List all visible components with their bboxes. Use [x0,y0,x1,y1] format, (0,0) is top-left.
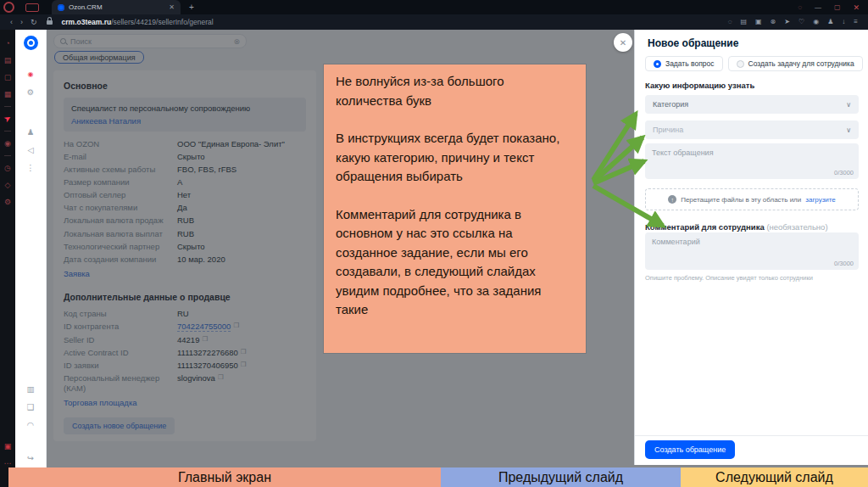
extension-icons: ◌▤▣⊗➤♡◉♟↓≡ [728,19,858,25]
slide-nav-bar: Главный экран Предыдущий слайд Следующий… [8,467,868,487]
window-restore-icon[interactable]: ▢ [834,3,841,11]
radio-ask-label: Задать вопрос [665,59,715,68]
chevron-down-icon: ∨ [846,126,851,134]
megaphone-icon[interactable]: ◁ [15,141,46,159]
radio-create-task[interactable]: Создать задачу для сотрудника [728,56,863,71]
recorder-logo-icon [3,2,14,13]
profile-icon[interactable]: ♟ [827,19,833,25]
radio-ask-question[interactable]: Задать вопрос [645,56,723,71]
comment-helper-text: Опишите проблему. Описание увидят только… [645,274,813,282]
annotation-paragraph: В инструкциях всегда будет показано, как… [336,129,574,187]
window-minimize-icon[interactable]: — [815,3,821,11]
annotation-paragraph: Комментарий для сотрудника в основном у … [336,205,574,320]
comment-optional-text: (необязательно) [766,222,827,232]
grid-icon[interactable]: ▦ [0,86,15,103]
window-close-icon[interactable]: ✕ [853,3,860,12]
divider[interactable] [4,131,11,132]
drawer-close-button[interactable]: ✕ [614,33,632,52]
more-icon[interactable]: ⋮ [15,159,46,176]
menu-icon[interactable]: ≡ [854,19,858,25]
logout-icon[interactable]: ↪ [15,449,46,467]
user-icon[interactable]: ♟ [15,123,46,141]
lock-icon [47,20,53,25]
image-icon[interactable]: ▥ [15,380,46,398]
drawer-footer: Создать обращение [635,435,868,465]
prev-slide-button[interactable]: Предыдущий слайд [441,467,681,487]
recorder-sidebar: ◔▤▢▦➤◉◷◇⚙ ▣⋯ [0,30,15,487]
share-icon[interactable]: ➤ [784,19,790,25]
drawer-title: Новое обращение [648,37,738,49]
record-icon[interactable]: ◉ [15,65,46,83]
annotation-paragraph: Не волнуйся из-за большого количества бу… [336,72,574,110]
chevron-down-icon: ∨ [846,101,851,109]
dropzone-text: Перетащите файлы в эту область или [681,196,801,204]
spacer[interactable] [15,101,46,123]
back-icon[interactable]: ‹ [10,18,13,26]
history-icon[interactable]: ◔ [0,35,15,52]
record-camera-icon[interactable]: ▣ [0,438,15,455]
new-tab-button[interactable]: + [189,3,194,12]
browser-url-bar: ‹ › ↻ crm.o3team.ru/sellers/44219/seller… [0,14,868,30]
ozon-logo[interactable] [24,36,38,50]
url-host: crm.o3team.ru [62,18,112,26]
forward-icon[interactable]: › [20,18,23,26]
crm-sidebar: ◉⚙♟◁⋮ ▥❑◠↪ [15,30,47,487]
play-icon[interactable]: ◉ [0,135,15,152]
tab-title: Ozon.CRM [69,3,164,11]
clock-icon[interactable]: ◷ [0,160,15,176]
radio-off-icon [737,60,744,68]
window-controls: ◌ — ▢ ✕ [798,3,860,12]
screen: Ozon.CRM ✕ + ◌ — ▢ ✕ ‹ › ↻ crm.o3team.ru… [0,0,868,487]
annotation-arrows [583,83,681,240]
tab-close-icon[interactable]: ✕ [169,3,175,11]
blocker-icon[interactable]: ⊗ [771,19,776,25]
bell-icon[interactable]: ◠ [15,416,46,434]
char-counter: 0/3000 [834,260,854,267]
cube-icon[interactable]: ◇ [0,176,15,193]
close-icon: ✕ [620,38,626,48]
browser-tab[interactable]: Ozon.CRM ✕ [52,0,181,14]
submit-request-button[interactable]: Создать обращение [645,440,735,459]
kanban-icon[interactable]: ▤ [740,19,747,25]
ozon-favicon [58,4,64,11]
favorites-icon[interactable]: ♡ [798,19,804,25]
cast-icon [25,3,39,12]
search-icon[interactable]: ◌ [728,19,732,25]
gear-icon[interactable]: ⚙ [0,193,15,210]
next-slide-button[interactable]: Следующий слайд [681,467,868,487]
url-text[interactable]: crm.o3team.ru/sellers/44219/sellerInfo/g… [62,18,214,26]
char-counter: 0/3000 [834,169,854,176]
extension-icon[interactable]: ◉ [813,19,819,25]
chat-icon[interactable]: ▢ [0,69,15,86]
browser-tab-bar: Ozon.CRM ✕ + ◌ — ▢ ✕ [0,0,868,14]
home-screen-button[interactable]: Главный экран [8,467,441,487]
camera-icon[interactable]: ▣ [755,19,762,25]
radio-task-label: Создать задачу для сотрудника [748,59,854,68]
window-search-icon[interactable]: ◌ [798,3,802,11]
radio-on-icon [654,60,661,68]
divider[interactable] [4,106,11,107]
app-area: ◔▤▢▦➤◉◷◇⚙ ▣⋯ ◉⚙♟◁⋮ ▥❑◠↪ Поиск ⊗ Общая ин… [0,30,868,487]
apps-icon[interactable]: ▤ [0,52,15,69]
tutorial-annotation: Не волнуйся из-за большого количества бу… [323,64,587,354]
chat-icon[interactable]: ❑ [15,398,46,416]
url-path: /sellers/44219/sellerInfo/general [111,18,214,26]
request-type-radios: Задать вопрос Создать задачу для сотрудн… [645,56,863,71]
gear-icon[interactable]: ⚙ [15,83,46,101]
reload-icon[interactable]: ↻ [31,18,37,26]
upload-link[interactable]: загрузите [805,196,836,204]
download-icon[interactable]: ↓ [842,19,845,25]
divider[interactable] [4,155,11,156]
